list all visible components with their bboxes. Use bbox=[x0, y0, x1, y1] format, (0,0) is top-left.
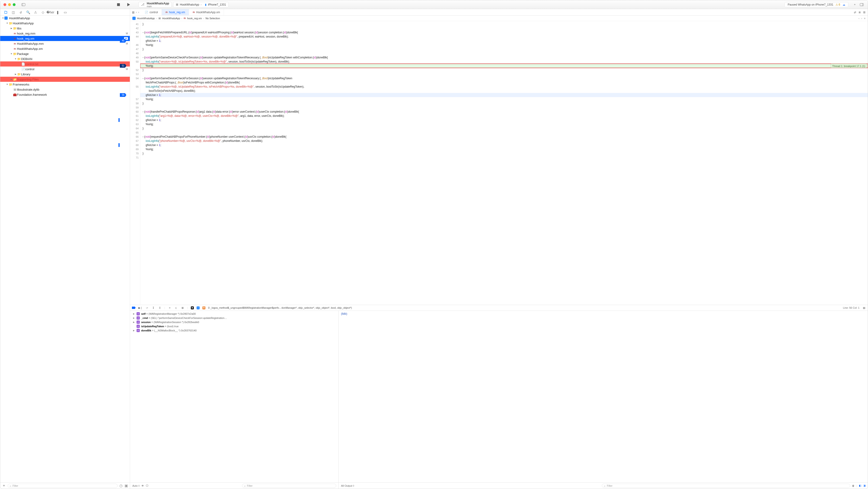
editor-options-icon[interactable]: ⇄ bbox=[854, 11, 856, 14]
tree-item[interactable]: 📄controlM bbox=[0, 66, 130, 72]
frame-icon[interactable]: ⦿ bbox=[203, 306, 206, 309]
output-selector[interactable]: All Output ◊ bbox=[341, 484, 354, 487]
tree-root[interactable]: ▼HookWhatsApp bbox=[0, 15, 130, 21]
show-vars-icon[interactable]: ◧ bbox=[859, 484, 861, 487]
stack-frame-crumb[interactable]: 0 _logos_method$_ungrouped$WARegistratio… bbox=[208, 306, 840, 309]
code-line[interactable] bbox=[140, 72, 868, 76]
code-line[interactable]: - (void)handlePreChatdABPropsResponse:(i… bbox=[140, 109, 868, 114]
code-line[interactable] bbox=[140, 105, 868, 109]
add-button[interactable]: ＋ bbox=[852, 2, 858, 7]
tree-item[interactable]: 📄control.txt bbox=[0, 61, 130, 66]
code-line[interactable]: - (void)requestPreChatdABPropsForPhoneNu… bbox=[140, 135, 868, 139]
code-line[interactable]: } bbox=[140, 47, 868, 51]
variable-row[interactable]: ▶AdoneBlk = (__NSMallocBlock__ *) 0x2837… bbox=[130, 328, 339, 332]
warnings-badge[interactable]: ⚠ 6 bbox=[836, 3, 840, 6]
tree-item[interactable]: ▼📁HookWhatsApp bbox=[0, 21, 130, 26]
path-seg-1[interactable]: HookWhatsApp bbox=[162, 17, 180, 20]
nav-forward-button[interactable]: › bbox=[138, 11, 139, 14]
path-seg-3[interactable]: No Selection bbox=[206, 17, 220, 20]
minimize-window-button[interactable] bbox=[8, 3, 11, 6]
code-line[interactable]: boolToStr(isFetchABProps), doneBlk); bbox=[140, 89, 868, 93]
variables-view[interactable]: ▶Aself = (WARegistrationManager *) 0x280… bbox=[130, 311, 339, 482]
code-line[interactable]: gNoUse = 1; bbox=[140, 39, 868, 43]
console-filter-input[interactable]: ⌕ Filter bbox=[602, 484, 850, 488]
symbol-navigator-icon[interactable]: ☌ bbox=[19, 10, 23, 14]
debug-memory-icon[interactable]: ⎌ bbox=[174, 306, 178, 309]
editor-tab[interactable]: mhook_reg.xm bbox=[162, 9, 189, 15]
code-line[interactable] bbox=[140, 130, 868, 135]
report-navigator-icon[interactable]: ▭ bbox=[63, 10, 67, 14]
debug-navigator-icon[interactable]: �her bbox=[49, 10, 52, 14]
code-line[interactable]: - (void)performSameDeviceCheckForSession… bbox=[140, 76, 868, 80]
debug-misc-icon[interactable]: ⊞ bbox=[181, 306, 185, 309]
eye-icon[interactable]: 👁 bbox=[142, 484, 144, 487]
target-project-chip[interactable]: 🏛 HookWhatsApp › bbox=[173, 2, 204, 7]
tree-item[interactable]: mhook_reg.xmM bbox=[0, 36, 130, 41]
tree-item[interactable]: ▶📁Supporting Files bbox=[0, 77, 130, 82]
code-line[interactable]: iosLogInfo("arg1=%@, data=%@, error=%@, … bbox=[140, 114, 868, 118]
run-button[interactable] bbox=[126, 2, 131, 7]
code-line[interactable]: iosLogInfo("session=%@, isUpdateRegToken… bbox=[140, 85, 868, 89]
variable-row[interactable]: ▶Aself = (WARegistrationManager *) 0x280… bbox=[130, 312, 339, 316]
show-console-icon[interactable]: ◨ bbox=[863, 484, 865, 487]
library-button[interactable] bbox=[859, 2, 865, 7]
auto-selector[interactable]: Auto ◊ bbox=[132, 484, 140, 487]
code-line[interactable] bbox=[140, 156, 868, 160]
code-line[interactable]: - (void)performSameDeviceCheckForSession… bbox=[140, 55, 868, 60]
find-navigator-icon[interactable]: 🔍 bbox=[26, 10, 30, 14]
tree-item[interactable]: ▼📁Package bbox=[0, 51, 130, 56]
code-line[interactable]: fetchPreChatdABProps:(_Bool)isFetchABPro… bbox=[140, 80, 868, 85]
code-line[interactable]: } bbox=[140, 126, 868, 130]
close-window-button[interactable] bbox=[3, 3, 6, 6]
nav-back-button[interactable]: ‹ bbox=[136, 11, 137, 14]
breakpoint-marker[interactable]: 51 bbox=[120, 64, 126, 68]
code-line[interactable]: iosLogInfo("phoneNumber=%@, usrCtx=%@, d… bbox=[140, 139, 868, 143]
info-icon[interactable]: ⓘ bbox=[146, 484, 148, 487]
add-file-button[interactable]: ＋ bbox=[2, 483, 6, 488]
editor-tab[interactable]: mHookWhatsApp.xm bbox=[189, 9, 224, 15]
code-line[interactable] bbox=[140, 26, 868, 30]
continue-button[interactable]: ▶❘ bbox=[138, 306, 142, 309]
code-line[interactable]: } bbox=[140, 22, 868, 26]
code-line[interactable]: %orig; bbox=[140, 43, 868, 47]
thread-icon[interactable]: ■ bbox=[191, 306, 194, 309]
line-gutter[interactable]: 4142434445454647484950515152535455565657… bbox=[130, 21, 140, 305]
breakpoint-marker[interactable]: 56 bbox=[120, 93, 126, 97]
path-seg-2[interactable]: hook_reg.xm bbox=[187, 17, 202, 20]
code-line[interactable]: %orig; bbox=[140, 147, 868, 151]
cloud-icon[interactable]: ☁ bbox=[842, 3, 845, 6]
scheme-selector[interactable]: ⎇ HookWhatsApp main bbox=[138, 2, 172, 7]
tree-item[interactable]: 🏛libsubstrate.dylib bbox=[0, 87, 130, 92]
toggle-sidebar-button[interactable] bbox=[21, 2, 26, 7]
thread-annotation[interactable]: Thread 1: breakpoint 17.1 (1) bbox=[831, 64, 867, 68]
tree-item[interactable]: ▶📁libs bbox=[0, 26, 130, 31]
test-navigator-icon[interactable]: ◇ bbox=[41, 10, 45, 14]
code-line[interactable]: %orig; bbox=[140, 97, 868, 101]
stop-button[interactable] bbox=[116, 2, 121, 7]
step-over-button[interactable]: ⤻ bbox=[145, 306, 149, 309]
clock-icon[interactable]: ◷ bbox=[119, 483, 123, 488]
tree-item[interactable]: mHookWhatsApp.xm bbox=[0, 46, 130, 51]
source-editor[interactable]: 4142434445454647484950515152535455565657… bbox=[130, 21, 868, 305]
target-device-chip[interactable]: ▮ iPhone7_1331 bbox=[203, 2, 228, 7]
source-control-navigator-icon[interactable]: ◫ bbox=[11, 10, 15, 14]
tree-item[interactable]: mHookWhatsApp.mmM bbox=[0, 41, 130, 46]
path-seg-0[interactable]: HookWhatsApp bbox=[137, 17, 155, 20]
code-line[interactable]: - (void)beginFetchWithPreparedURL:(id)pr… bbox=[140, 30, 868, 35]
tree-item[interactable]: ▶📁Library bbox=[0, 72, 130, 77]
step-into-button[interactable]: ↧ bbox=[151, 306, 155, 309]
path-prev-icon[interactable]: ‹ bbox=[859, 17, 860, 20]
vars-filter-input[interactable]: ⌕ Filter bbox=[242, 484, 336, 488]
code-line[interactable]: } bbox=[140, 151, 868, 156]
variable-row[interactable]: ▶Asession = (WARegistrationSession *) 0x… bbox=[130, 320, 339, 324]
process-icon[interactable]: i bbox=[196, 306, 199, 309]
tree-item[interactable]: ▼📁DEBIAN bbox=[0, 56, 130, 61]
code-line[interactable]: } bbox=[140, 101, 868, 105]
breakpoint-navigator-icon[interactable]: ❚ bbox=[56, 10, 60, 14]
file-tree[interactable]: ▼HookWhatsApp▼📁HookWhatsApp▶📁libsmhook_r… bbox=[0, 15, 130, 482]
jump-bar[interactable]: HookWhatsApp› 🏛 HookWhatsApp› m hook_reg… bbox=[130, 15, 868, 21]
editor-tab[interactable]: 📄control bbox=[141, 9, 162, 15]
tree-item[interactable]: mhook_reg.mmM bbox=[0, 31, 130, 36]
code-line[interactable]: iosLogInfo("preparedUrl=%@, waHost=%@, s… bbox=[140, 35, 868, 39]
zoom-window-button[interactable] bbox=[13, 3, 16, 6]
